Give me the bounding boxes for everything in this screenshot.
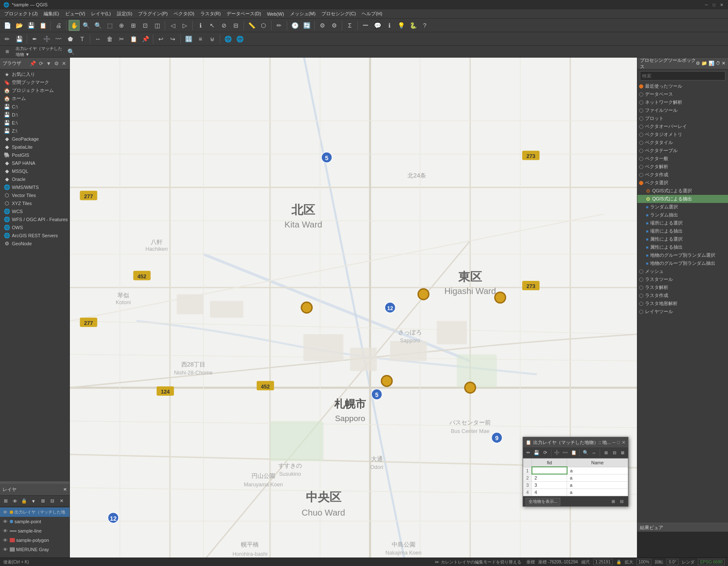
cut-button[interactable]: ✂: [116, 33, 127, 44]
menu-edit[interactable]: 編集(E): [41, 10, 62, 18]
zoom-in-button[interactable]: 🔍: [80, 20, 91, 31]
info-button[interactable]: ℹ: [384, 20, 395, 31]
browser-item-project-home[interactable]: 🏠 プロジェクトホーム: [0, 86, 69, 94]
browser-item-d[interactable]: 💾 D:\: [0, 111, 69, 119]
proc-item-raster-create[interactable]: ラスタ作成: [637, 291, 728, 300]
cell-name-2[interactable]: a: [567, 474, 628, 482]
layer-item-sample-polygon[interactable]: 👁 sample-polygon: [0, 535, 69, 545]
delete-feature-button[interactable]: 🗑: [104, 33, 115, 44]
close-button[interactable]: ✕: [719, 2, 725, 8]
python-button[interactable]: 🐍: [407, 20, 418, 31]
browser-item-vector-tiles[interactable]: ⬡ Vector Tiles: [0, 191, 69, 199]
statistics-button[interactable]: ≡: [195, 33, 206, 44]
proc-item-mesh[interactable]: メッシュ: [637, 267, 728, 275]
proc-item-vector-tiles[interactable]: ベクタタイル: [637, 139, 728, 147]
rotation-value[interactable]: 0.0°: [667, 559, 678, 565]
measure-button[interactable]: 📏: [246, 20, 257, 31]
layer-lock-button[interactable]: 🔒: [20, 497, 28, 505]
layer-filter-button[interactable]: ▼: [29, 497, 38, 505]
menu-settings[interactable]: 設定(S): [114, 10, 135, 18]
layer-item-sample-point[interactable]: 👁 sample-point: [0, 517, 69, 526]
pan-map-button[interactable]: ⊕: [116, 20, 127, 31]
table-add-row-button[interactable]: ➕: [553, 449, 561, 457]
digitize-button[interactable]: ✒: [29, 33, 40, 44]
layer-eye-mierune[interactable]: 👁: [2, 547, 8, 552]
paste-button[interactable]: 📌: [140, 33, 151, 44]
browser-item-postgis[interactable]: 🐘 PostGIS: [0, 151, 69, 159]
table-row[interactable]: 4 4 a: [523, 489, 628, 496]
browser-item-geopackage[interactable]: ◆ GeoPackage: [0, 135, 69, 143]
cell-name-1[interactable]: a: [567, 467, 628, 474]
proc-item-file[interactable]: ファイルツール: [637, 106, 728, 114]
table-row[interactable]: 2 2 a: [523, 474, 628, 482]
open-table-button[interactable]: ⊟: [230, 20, 241, 31]
processing-icon-2[interactable]: 📁: [701, 61, 707, 66]
proc-item-vector-overlay[interactable]: ベクタオーバーレイ: [637, 122, 728, 130]
proc-item-vector-select[interactable]: ベクタ選択: [637, 179, 728, 187]
browser-item-wfs[interactable]: 🌐 WFS / OGC API - Features: [0, 215, 69, 223]
table-edit-button[interactable]: ✏: [524, 449, 532, 457]
layer-visible-button[interactable]: 👁: [11, 497, 19, 505]
table-col-name[interactable]: Name: [567, 459, 628, 467]
table-dialog-close[interactable]: ✕: [622, 440, 626, 445]
help-button[interactable]: ?: [419, 20, 430, 31]
scale-value[interactable]: 1:25191: [593, 559, 613, 565]
browser-refresh-icon[interactable]: ⟳: [38, 60, 44, 67]
menu-processing[interactable]: プロセシング(C): [319, 10, 358, 18]
maximize-button[interactable]: □: [711, 2, 717, 8]
edit-mode-icon[interactable]: ✏: [435, 559, 439, 565]
browser-item-oracle[interactable]: ◆ Oracle: [0, 175, 69, 183]
deselect-button[interactable]: ⊘: [219, 20, 230, 31]
zoom-selection-button[interactable]: ◫: [152, 20, 163, 31]
copy-button[interactable]: 📋: [128, 33, 139, 44]
move-feature-button[interactable]: ↔: [92, 33, 103, 44]
proc-item-recent[interactable]: 最近使ったツール: [637, 82, 728, 90]
browser-item-wms[interactable]: 🌐 WMS/WMTS: [0, 183, 69, 191]
zoom-forward-button[interactable]: ▷: [179, 20, 190, 31]
layer-add-button[interactable]: ⊞: [1, 497, 10, 505]
processing-icon-4[interactable]: ⏱: [716, 61, 720, 66]
proc-item-network[interactable]: ネットワーク解析: [637, 98, 728, 106]
processing-close-icon[interactable]: ✕: [722, 61, 725, 66]
menu-plugin[interactable]: プラグイン(P): [136, 10, 170, 18]
proc-item-select-by-expression[interactable]: ⚙ QGIS式による選択: [637, 187, 728, 195]
layer-eye-sample-line[interactable]: 👁: [2, 528, 8, 533]
browser-item-z[interactable]: 💾 Z:\: [0, 127, 69, 135]
proc-item-database[interactable]: データベース: [637, 90, 728, 98]
proc-item-random-extract[interactable]: ■ ランダム抽出: [637, 211, 728, 219]
annotations-button[interactable]: ✏: [274, 20, 285, 31]
layer-eye-sample-point[interactable]: 👁: [2, 519, 8, 524]
processing-icon-3[interactable]: 📊: [709, 61, 714, 66]
table-pan-button[interactable]: ↔: [590, 449, 598, 457]
field-calc-button[interactable]: 🔣: [183, 33, 194, 44]
cell-fid-2[interactable]: 2: [532, 474, 567, 482]
processing-icon-1[interactable]: ⚙: [696, 61, 700, 66]
add-line-button[interactable]: 〰: [53, 33, 64, 44]
add-polygon-button[interactable]: ⬟: [65, 33, 76, 44]
proc-item-random-select[interactable]: ■ ランダム選択: [637, 203, 728, 211]
menu-view[interactable]: ビュー(V): [63, 10, 88, 18]
browser-item-bookmarks[interactable]: 🔖 空間ブックマーク: [0, 78, 69, 86]
print-button[interactable]: 🖨: [53, 20, 64, 31]
table-save-button[interactable]: 💾: [533, 449, 541, 457]
layer-remove-button[interactable]: ✕: [57, 497, 66, 505]
undo-button[interactable]: ↩: [155, 33, 166, 44]
layer-order-button[interactable]: ⊞: [2, 46, 13, 57]
active-layer-dropdown[interactable]: 出力レイヤ（マッチした地物 ▼: [14, 46, 64, 57]
proc-item-random-select-within-subsets[interactable]: ■ 地物のグループ別ランダム選択: [637, 251, 728, 259]
window-controls[interactable]: ─ □ ✕: [703, 2, 725, 8]
table-deselect-button[interactable]: ⊟: [610, 449, 618, 457]
browser-item-sap-hana[interactable]: ◆ SAP HANA: [0, 159, 69, 167]
settings-button[interactable]: ⚙: [329, 20, 340, 31]
browser-item-xyz-tiles[interactable]: ⬡ XYZ Tiles: [0, 199, 69, 207]
table-show-all-button[interactable]: 全地物を表示...: [526, 498, 560, 505]
pan-tool-button[interactable]: ✋: [69, 20, 80, 31]
zoom-out-button[interactable]: 🔍: [92, 20, 103, 31]
identify-button[interactable]: ℹ: [195, 20, 206, 31]
proc-item-random-extract-within-subsets[interactable]: ■ 地物のグループ別ランダム抽出: [637, 259, 728, 267]
table-row[interactable]: 3 3 a: [523, 482, 628, 489]
table-invert-button[interactable]: ⊠: [619, 449, 627, 457]
menu-mesh[interactable]: メッシュ(M): [288, 10, 318, 18]
browser-filter-icon[interactable]: ▼: [45, 60, 52, 67]
table-copy-button[interactable]: 📋: [570, 449, 578, 457]
